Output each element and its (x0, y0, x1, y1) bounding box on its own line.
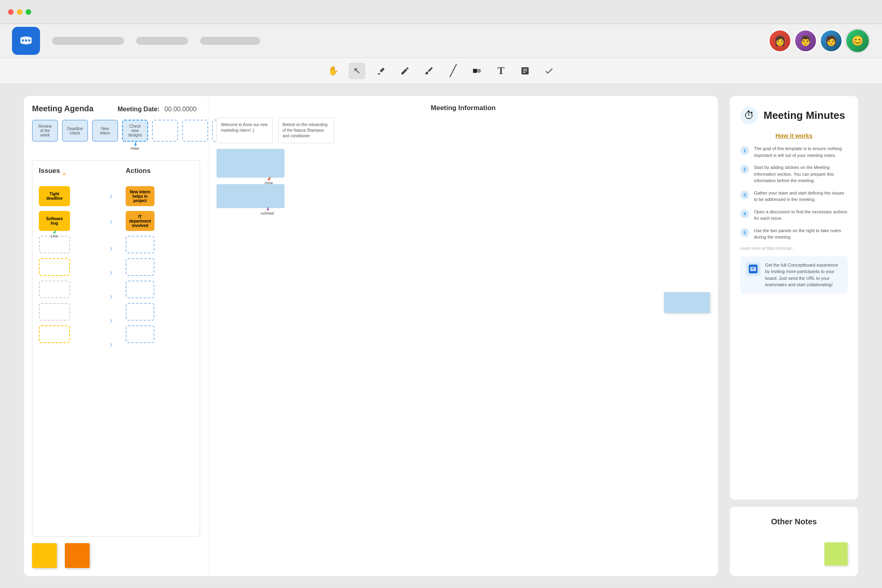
pen-tool[interactable] (397, 62, 413, 79)
arrow-7: › (110, 336, 124, 353)
bottom-stickies-left (32, 537, 200, 568)
action-card-1[interactable]: New intern helps in project (126, 186, 154, 206)
issues-title: Issues (39, 167, 60, 175)
anne-sticky-area: Anne (216, 149, 710, 178)
action-row-4 (126, 258, 193, 276)
actions-title: Actions (126, 167, 150, 175)
main-canvas: Meeting Agenda Meeting Date: 00.00.0000 … (0, 84, 882, 588)
nav-bar (52, 37, 260, 45)
arrows-column: › › › › › › › (110, 167, 124, 530)
issue-row-2: Software bug Lina (39, 211, 106, 231)
step-3: 3 Gather your team and start defining th… (740, 190, 848, 203)
nav-item-3[interactable] (200, 37, 260, 45)
svg-rect-4 (473, 69, 477, 73)
issue-card-empty-1[interactable] (39, 236, 70, 253)
shape-tool[interactable] (469, 62, 485, 79)
action-card-empty-5[interactable] (126, 325, 154, 343)
marker-tool[interactable] (421, 62, 437, 79)
meeting-info-title: Meeting Information (216, 104, 710, 112)
step-4: 4 Open a discussion to find the necessar… (740, 209, 848, 222)
avatar-group: 👩 👨 🧑 😊 (768, 28, 870, 53)
maximize-button[interactable] (26, 9, 31, 15)
issue-row-4 (39, 258, 106, 276)
agenda-card-3[interactable]: New Intern (92, 120, 118, 142)
issue-card-2[interactable]: Software bug (39, 211, 70, 231)
issue-row-5 (39, 281, 106, 298)
avatar-3[interactable]: 🧑 (820, 29, 843, 52)
issues-actions-section: Issues » Tight deadline Software bug Lin… (32, 160, 200, 537)
nav-item-1[interactable] (52, 37, 124, 45)
achmed-cursor-label: Achmed (261, 211, 274, 215)
agenda-card-1[interactable]: Review of the week (32, 120, 58, 142)
step-5: 5 Use the two panels on the right to tak… (740, 227, 848, 241)
action-row-2: IT department involved (126, 211, 193, 231)
meeting-info-section: Meeting Information Welcome to Anne our … (208, 96, 718, 576)
action-card-empty-1[interactable] (126, 236, 154, 253)
action-card-empty-4[interactable] (126, 303, 154, 321)
minutes-panel: ⏱ Meeting Minutes How it works 1 The goa… (730, 96, 858, 500)
header: 👩 👨 🧑 😊 (0, 24, 882, 58)
info-sticky-1[interactable]: Welcome to Anne our new marketing intern… (216, 118, 273, 143)
issue-row-7 (39, 325, 106, 343)
avatar-4[interactable]: 😊 (845, 28, 870, 53)
issue-card-1[interactable]: Tight deadline (39, 186, 70, 206)
app-logo[interactable] (12, 27, 40, 55)
learn-more: Learn more at https://concep... (740, 246, 848, 251)
arrow-6: › (110, 312, 124, 329)
info-sticky-2[interactable]: Behind on the rebranding of the Natura S… (278, 118, 334, 143)
action-row-6 (126, 303, 193, 321)
other-notes-title: Other Notes (740, 517, 848, 526)
clock-icon: ⏱ (740, 106, 758, 124)
action-row-5 (126, 281, 193, 298)
avatar-2[interactable]: 👨 (794, 29, 817, 52)
arrow-4: › (110, 264, 124, 281)
action-row-1: New intern helps in project (126, 186, 193, 206)
step-2: 2 Start by adding stickies on the Meetin… (740, 164, 848, 184)
meeting-date-value: 00.00.0000 (164, 106, 196, 112)
orange-sticky-big (65, 543, 90, 568)
action-card-2[interactable]: IT department involved (126, 211, 154, 231)
action-card-empty-2[interactable] (126, 258, 154, 276)
achmed-sticky[interactable] (216, 184, 285, 208)
agenda-card-6[interactable] (182, 120, 208, 142)
minutes-header: ⏱ Meeting Minutes (740, 106, 848, 124)
right-panel: ⏱ Meeting Minutes How it works 1 The goa… (730, 96, 858, 576)
line-tool[interactable]: ╱ (445, 62, 461, 79)
step-list: 1 The goal of this template is to ensure… (740, 145, 848, 241)
arrow-1: › (110, 186, 124, 206)
action-card-empty-3[interactable] (126, 281, 154, 298)
erase-tool[interactable] (373, 62, 389, 79)
arrow-5: › (110, 288, 124, 305)
green-sticky-container (740, 542, 848, 566)
agenda-card-2[interactable]: Deadline check (62, 120, 88, 142)
close-button[interactable] (8, 9, 14, 15)
issue-row-3 (39, 236, 106, 253)
actions-column: Actions New intern helps in project IT d… (124, 167, 193, 530)
how-it-works-title: How it works (740, 132, 848, 139)
agenda-card-5[interactable] (152, 120, 178, 142)
minutes-title: Meeting Minutes (764, 109, 845, 122)
issue-card-empty-5[interactable] (39, 325, 70, 343)
pan-tool[interactable]: ✋ (325, 62, 341, 79)
toolbar: ✋ ↖ ╱ T (0, 58, 882, 84)
anne-sticky[interactable] (216, 149, 285, 178)
minimize-button[interactable] (17, 9, 22, 15)
issue-card-empty-2[interactable] (39, 258, 70, 276)
text-tool[interactable]: T (493, 62, 509, 79)
svg-point-2 (25, 40, 27, 42)
other-notes-panel: Other Notes (730, 507, 858, 576)
agenda-card-4[interactable]: Check new designs (122, 120, 148, 142)
left-column: Meeting Agenda Meeting Date: 00.00.0000 … (24, 96, 208, 576)
select-tool[interactable]: ↖ (349, 62, 365, 79)
bottom-stickies-center (216, 208, 710, 313)
nav-item-2[interactable] (136, 37, 188, 45)
sticky-tool[interactable] (517, 62, 533, 79)
blue-sticky-big (664, 292, 710, 313)
arrow-2: › (110, 212, 124, 232)
avatar-1[interactable]: 👩 (768, 29, 792, 52)
meeting-date-label: Meeting Date: (118, 106, 160, 112)
check-tool[interactable] (541, 62, 557, 79)
issue-card-empty-4[interactable] (39, 303, 70, 321)
issue-card-empty-3[interactable] (39, 281, 70, 298)
title-bar (0, 0, 882, 24)
